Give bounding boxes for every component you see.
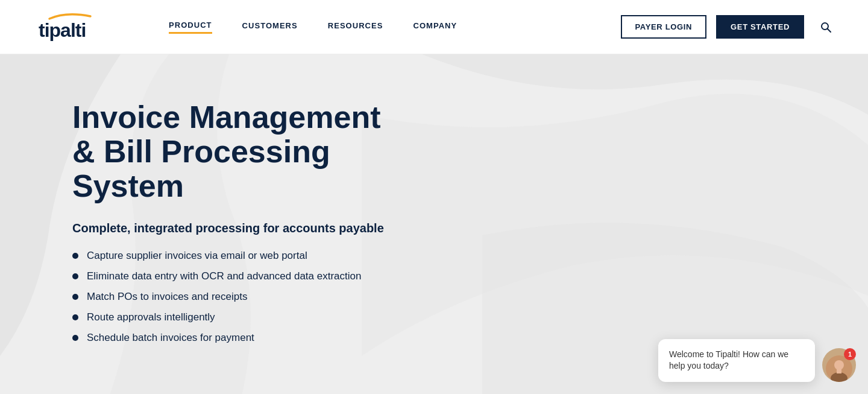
nav-customers[interactable]: CUSTOMERS — [242, 21, 298, 33]
nav-company[interactable]: COMPANY — [413, 21, 457, 33]
svg-point-5 — [834, 360, 844, 370]
search-button[interactable] — [820, 21, 832, 33]
header: tipalti PRODUCT CUSTOMERS RESOURCES COMP… — [0, 0, 868, 54]
nav-actions: PAYER LOGIN GET STARTED — [621, 15, 832, 39]
list-item: Schedule batch invoices for payment — [72, 332, 410, 344]
list-item: Route approvals intelligently — [72, 311, 410, 323]
bullet-icon — [72, 273, 78, 279]
nav-product[interactable]: PRODUCT — [169, 21, 212, 34]
logo[interactable]: tipalti — [36, 10, 121, 43]
search-icon — [820, 21, 832, 33]
list-item-text: Capture supplier invoices via email or w… — [87, 250, 307, 262]
list-item: Capture supplier invoices via email or w… — [72, 250, 410, 262]
chat-avatar-wrapper[interactable]: 1 — [822, 348, 856, 382]
chat-notification-badge: 1 — [844, 348, 856, 360]
list-item-text: Route approvals intelligently — [87, 311, 215, 323]
list-item-text: Eliminate data entry with OCR and advanc… — [87, 270, 361, 282]
list-item: Match POs to invoices and receipts — [72, 291, 410, 303]
chat-bubble: Welcome to Tipalti! How can we help you … — [658, 339, 815, 382]
tipalti-logo: tipalti — [36, 10, 121, 43]
hero-title: Invoice Management & Bill Processing Sys… — [72, 100, 410, 204]
bullet-icon — [72, 294, 78, 300]
svg-line-2 — [828, 28, 831, 32]
chat-message: Welcome to Tipalti! How can we help you … — [669, 349, 788, 371]
hero-content: Invoice Management & Bill Processing Sys… — [0, 64, 482, 389]
svg-rect-7 — [837, 369, 841, 373]
list-item: Eliminate data entry with OCR and advanc… — [72, 270, 410, 282]
bullet-icon — [72, 335, 78, 341]
bullet-icon — [72, 314, 78, 320]
svg-text:tipalti: tipalti — [39, 19, 86, 41]
get-started-button[interactable]: GET STARTED — [716, 15, 804, 39]
nav-resources[interactable]: RESOURCES — [328, 21, 383, 33]
payer-login-button[interactable]: PAYER LOGIN — [621, 15, 707, 39]
chat-widget[interactable]: Welcome to Tipalti! How can we help you … — [658, 339, 856, 382]
bullet-icon — [72, 253, 78, 259]
list-item-text: Schedule batch invoices for payment — [87, 332, 254, 344]
list-item-text: Match POs to invoices and receipts — [87, 291, 247, 303]
hero-subtitle: Complete, integrated processing for acco… — [72, 221, 410, 235]
main-nav: PRODUCT CUSTOMERS RESOURCES COMPANY — [169, 21, 621, 34]
hero-list: Capture supplier invoices via email or w… — [72, 250, 410, 344]
